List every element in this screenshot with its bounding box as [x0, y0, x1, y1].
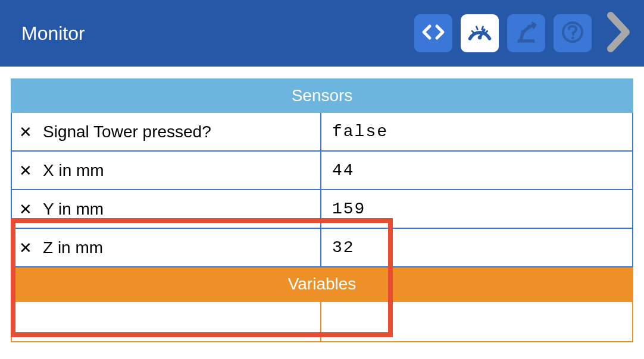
sensor-row: ✕ X in mm 44: [11, 152, 633, 190]
gauge-icon: [467, 19, 493, 48]
variable-label-cell: [11, 302, 320, 342]
svg-point-7: [521, 30, 525, 34]
svg-line-3: [477, 27, 478, 30]
sensor-label-cell: ✕ Y in mm: [11, 190, 320, 229]
sensor-row: ✕ Signal Tower pressed? false: [11, 113, 633, 152]
sensor-label-cell: ✕ X in mm: [11, 152, 320, 190]
sensor-row: ✕ Y in mm 159: [11, 190, 633, 229]
next-button[interactable]: [606, 11, 632, 56]
sensor-row: ✕ Z in mm 32: [11, 229, 633, 267]
close-icon[interactable]: ✕: [19, 163, 32, 178]
close-icon[interactable]: ✕: [19, 201, 32, 217]
svg-point-1: [478, 36, 482, 39]
code-icon: [421, 20, 445, 46]
sensor-label: Y in mm: [43, 200, 104, 219]
variables-section-header: Variables: [11, 267, 633, 302]
app-header: Monitor: [0, 0, 644, 67]
monitor-view-button[interactable]: [461, 14, 499, 52]
code-view-button[interactable]: [414, 14, 452, 52]
svg-point-8: [527, 25, 532, 29]
sensor-label: Signal Tower pressed?: [43, 122, 211, 141]
close-icon[interactable]: ✕: [19, 124, 32, 140]
svg-point-10: [571, 37, 574, 40]
sensor-value-cell: 44: [320, 152, 633, 190]
sensor-label-cell: ✕ Z in mm: [11, 229, 320, 267]
sensor-value-cell: 159: [320, 190, 633, 229]
svg-line-4: [482, 27, 483, 30]
variables-empty-row: [11, 302, 633, 342]
robot-icon: [514, 20, 539, 47]
variable-value-cell: [320, 302, 633, 342]
help-button[interactable]: [554, 14, 592, 52]
sensors-section-header: Sensors: [11, 78, 633, 113]
header-buttons: [414, 11, 632, 56]
svg-line-5: [485, 31, 487, 33]
sensor-label-cell: ✕ Signal Tower pressed?: [11, 113, 320, 152]
chevron-right-icon: [606, 11, 632, 56]
svg-line-2: [472, 31, 474, 33]
sensor-label: Z in mm: [43, 238, 103, 257]
close-icon[interactable]: ✕: [19, 240, 32, 256]
sensor-label: X in mm: [43, 161, 104, 180]
robot-view-button[interactable]: [507, 14, 545, 52]
page-title: Monitor: [21, 23, 414, 45]
help-icon: [561, 20, 584, 46]
content-area: Sensors ✕ Signal Tower pressed? false ✕ …: [0, 67, 644, 342]
sensor-value-cell: 32: [320, 229, 633, 267]
sensor-value-cell: false: [320, 113, 633, 152]
